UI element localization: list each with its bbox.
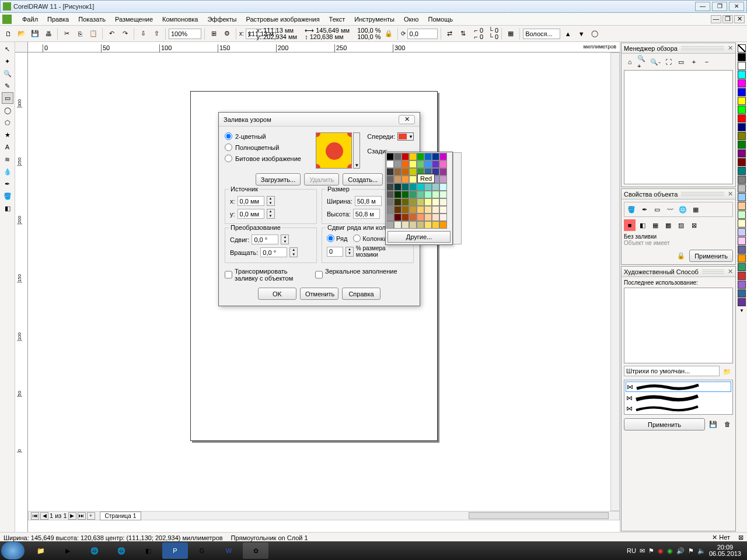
palette-swatch[interactable] [738,246,746,254]
palette-swatch[interactable] [738,281,746,289]
palette-swatch[interactable] [738,132,746,140]
prop-rotation[interactable] [407,29,438,39]
pattern-preview[interactable] [316,132,352,169]
spinner[interactable]: ▲▼ [345,247,354,257]
skew-input[interactable] [252,235,278,244]
color-swatch[interactable] [417,160,424,168]
radio-fullcolor[interactable]: Полноцветный [225,144,309,151]
fill-uniform-icon[interactable]: ■ [624,219,636,231]
rectangle-tool-icon[interactable]: ▭ [2,92,13,104]
color-swatch[interactable] [417,191,424,198]
palette-swatch[interactable] [738,79,746,88]
taskbar-g-icon[interactable]: G [189,542,215,559]
redo-icon[interactable]: ↷ [119,28,131,40]
mdi-minimize[interactable]: — [711,15,721,23]
more-colors-button[interactable]: Другие... [388,231,451,243]
color-swatch[interactable] [386,191,394,198]
create-button[interactable]: Создать... [343,173,383,186]
color-swatch[interactable] [432,198,439,206]
tray-icon[interactable]: 🔊 [676,547,685,555]
lock-ratio-icon[interactable]: 🔒 [383,28,395,40]
palette-swatch[interactable] [738,167,746,175]
maximize-button[interactable]: ❐ [712,2,727,11]
color-swatch[interactable] [432,153,439,160]
menu-file[interactable]: Файл [18,15,43,24]
palette-swatch[interactable] [738,176,746,184]
palette-swatch[interactable] [738,53,746,61]
palette-swatch[interactable] [738,62,746,70]
color-swatch[interactable] [386,214,394,221]
palette-scroll-down[interactable]: ▼ [739,308,744,313]
panel-close-icon[interactable]: ✕ [728,44,733,52]
tray-icon[interactable]: ⚑ [648,547,654,555]
taskbar-explorer-icon[interactable]: 📁 [28,542,54,559]
tab-outline-icon[interactable]: ✒ [638,204,650,215]
color-swatch[interactable] [417,183,424,191]
color-swatch[interactable] [417,214,424,221]
mdi-close[interactable]: ✕ [734,15,745,23]
color-swatch[interactable] [386,168,394,176]
color-swatch[interactable] [424,198,432,206]
interactive-fill-icon[interactable]: ◧ [2,202,13,214]
help-button[interactable]: Справка [342,288,381,300]
color-swatch[interactable] [394,153,402,160]
stroke-item[interactable]: ⋈ [626,393,731,402]
menu-window[interactable]: Окно [399,15,424,24]
color-swatch[interactable] [394,160,402,168]
palette-swatch[interactable] [738,228,746,236]
fill-postscript-icon[interactable]: ▨ [675,219,687,231]
palette-swatch[interactable] [738,97,746,105]
page-next-button[interactable]: ▶ [68,512,76,520]
color-swatch[interactable] [394,198,402,206]
color-swatch[interactable] [424,160,432,168]
undo-icon[interactable]: ↶ [106,28,117,40]
color-swatch[interactable] [402,206,409,214]
color-swatch[interactable] [409,183,417,191]
art-save-icon[interactable]: 💾 [707,418,719,430]
menu-effects[interactable]: Эффекты [203,15,241,24]
minimize-button[interactable]: — [695,2,710,11]
palette-swatch[interactable] [738,272,746,280]
stroke-item[interactable]: ⋈ [626,404,731,413]
color-swatch[interactable] [402,221,409,229]
menu-text[interactable]: Текст [324,15,350,24]
palette-swatch[interactable] [738,254,746,262]
blend-tool-icon[interactable]: ≋ [2,153,13,165]
origin-y-input[interactable] [238,209,264,219]
color-swatch[interactable] [386,198,394,206]
navigator-preview[interactable] [624,70,733,184]
palette-swatch[interactable] [738,193,746,201]
mirror-v-icon[interactable]: ⇅ [458,28,469,40]
paste-icon[interactable]: 📋 [88,28,99,40]
color-swatch[interactable] [424,191,432,198]
color-swatch[interactable] [417,153,424,160]
freehand-tool-icon[interactable]: ✎ [2,80,13,92]
front-color-picker[interactable]: ▼ [397,132,414,141]
menu-edit[interactable]: Правка [43,15,74,24]
convert-icon[interactable]: ◯ [589,28,601,40]
taskbar-app-icon[interactable]: ◧ [135,542,161,559]
ruler-vertical[interactable]: 0 50 100 150 200 250 300 [15,52,28,532]
menu-tools[interactable]: Инструменты [350,15,399,24]
star-tool-icon[interactable]: ★ [2,129,13,141]
nav-fit-icon[interactable]: ⛶ [662,56,674,68]
strokes-browse-icon[interactable]: 📁 [721,366,733,377]
apply-props-button[interactable]: Применить [689,250,733,262]
color-swatch[interactable] [439,168,447,176]
apply-art-button[interactable]: Применить [624,418,705,430]
palette-swatch[interactable] [738,263,746,271]
to-front-icon[interactable]: ▲ [562,28,574,40]
color-swatch[interactable] [409,168,417,176]
app-menu-icon[interactable] [2,15,12,24]
page-add-button[interactable]: + [87,512,95,520]
no-color-swatch[interactable] [738,44,746,52]
menu-view[interactable]: Показать [74,15,110,24]
color-swatch[interactable] [386,206,394,214]
color-swatch[interactable] [439,160,447,168]
spinner[interactable]: ▲▼ [289,247,298,257]
tray-icon[interactable]: 🔈 [697,547,706,555]
color-swatch[interactable] [409,160,417,168]
taskbar-media-icon[interactable]: ▶ [55,542,81,559]
palette-swatch[interactable] [738,71,746,79]
color-swatch[interactable] [394,191,402,198]
